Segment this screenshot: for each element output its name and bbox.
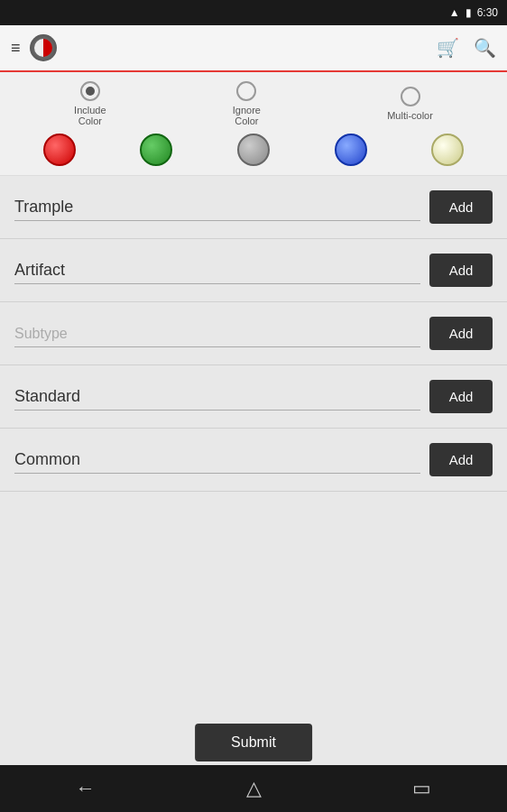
rarity-input-wrapper bbox=[14, 447, 420, 474]
multicolor-radio[interactable] bbox=[401, 87, 420, 106]
include-color-radio[interactable] bbox=[80, 81, 100, 101]
form-row-rarity: Add bbox=[0, 429, 507, 492]
format-input[interactable] bbox=[14, 383, 420, 411]
rarity-input[interactable] bbox=[14, 447, 420, 474]
recents-nav-icon[interactable]: ▭ bbox=[412, 777, 431, 800]
type-input[interactable] bbox=[14, 257, 420, 284]
back-nav-icon[interactable]: ← bbox=[76, 777, 96, 800]
wifi-icon: ▲ bbox=[449, 6, 460, 19]
app-logo-inner bbox=[34, 39, 52, 57]
keyword-input[interactable] bbox=[14, 194, 420, 221]
color-circles-row bbox=[11, 134, 496, 166]
include-color-label: IncludeColor bbox=[74, 105, 106, 126]
search-icon[interactable]: 🔍 bbox=[474, 37, 496, 59]
home-nav-icon[interactable]: △ bbox=[246, 777, 262, 800]
bottom-nav: ← △ ▭ bbox=[0, 765, 507, 812]
app-bar: ≡ 🛒 🔍 bbox=[0, 25, 507, 72]
color-green-circle[interactable] bbox=[140, 134, 172, 166]
ignore-color-label: IgnoreColor bbox=[233, 105, 261, 126]
type-add-button[interactable]: Add bbox=[429, 254, 493, 287]
form-row-type: Add bbox=[0, 239, 507, 302]
format-add-button[interactable]: Add bbox=[429, 380, 493, 413]
keyword-input-wrapper bbox=[14, 194, 420, 221]
include-color-radio-inner bbox=[86, 87, 95, 96]
cart-icon[interactable]: 🛒 bbox=[437, 37, 459, 59]
color-red-circle[interactable] bbox=[43, 134, 76, 166]
app-bar-left: ≡ bbox=[11, 34, 57, 61]
keyword-add-button[interactable]: Add bbox=[429, 190, 493, 224]
status-bar: ▲ ▮ 6:30 bbox=[0, 0, 507, 25]
color-blue-circle[interactable] bbox=[335, 134, 367, 166]
subtype-add-button[interactable]: Add bbox=[429, 317, 493, 350]
status-icons: ▲ ▮ 6:30 bbox=[449, 6, 498, 19]
type-input-wrapper bbox=[14, 257, 420, 284]
subtype-input-wrapper bbox=[14, 320, 420, 347]
include-color-option[interactable]: IncludeColor bbox=[74, 81, 106, 126]
color-filter-section: IncludeColor IgnoreColor Multi-color bbox=[0, 72, 507, 176]
form-row-format: Add bbox=[0, 365, 507, 429]
subtype-input[interactable] bbox=[14, 320, 420, 347]
battery-icon: ▮ bbox=[466, 6, 472, 19]
app-bar-right: 🛒 🔍 bbox=[437, 37, 496, 59]
form-row-keyword: Add bbox=[0, 176, 507, 239]
app-logo[interactable] bbox=[30, 34, 57, 61]
menu-icon[interactable]: ≡ bbox=[11, 39, 21, 58]
rarity-add-button[interactable]: Add bbox=[429, 443, 493, 476]
multicolor-option[interactable]: Multi-color bbox=[387, 87, 433, 121]
ignore-color-option[interactable]: IgnoreColor bbox=[233, 81, 261, 126]
color-filter-row: IncludeColor IgnoreColor Multi-color bbox=[11, 81, 496, 126]
form-section: Add Add Add Add Add bbox=[0, 176, 507, 492]
status-time: 6:30 bbox=[477, 6, 498, 19]
submit-section: Submit bbox=[195, 724, 312, 761]
submit-button[interactable]: Submit bbox=[195, 724, 312, 761]
ignore-color-radio[interactable] bbox=[236, 81, 256, 101]
format-input-wrapper bbox=[14, 383, 420, 411]
form-row-subtype: Add bbox=[0, 302, 507, 365]
multicolor-label: Multi-color bbox=[387, 110, 433, 121]
color-gray-circle[interactable] bbox=[237, 134, 270, 166]
color-white-circle[interactable] bbox=[431, 134, 464, 166]
